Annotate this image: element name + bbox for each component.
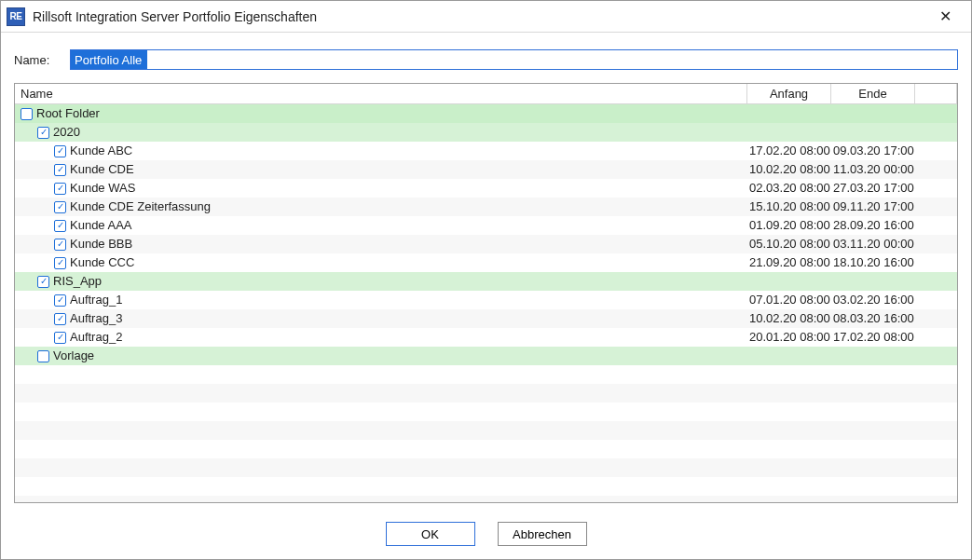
row-checkbox[interactable] xyxy=(54,332,66,344)
row-checkbox[interactable] xyxy=(54,257,66,269)
row-label: Kunde CCC xyxy=(70,253,134,272)
row-checkbox[interactable] xyxy=(21,108,33,120)
row-checkbox[interactable] xyxy=(54,313,66,325)
table-row-empty xyxy=(15,421,957,440)
row-start: 02.03.20 08:00 xyxy=(747,179,831,198)
row-end: 09.11.20 17:00 xyxy=(831,198,915,216)
table-row[interactable]: Kunde CCC21.09.20 08:0018.10.20 16:00 xyxy=(15,253,957,272)
dialog-window: RE Rillsoft Integration Server Portfolio… xyxy=(0,0,972,560)
row-start: 10.02.20 08:00 xyxy=(747,160,831,179)
row-end: 28.09.20 16:00 xyxy=(831,216,915,235)
row-label: Kunde CDE xyxy=(70,160,134,179)
tree-header: Name Anfang Ende xyxy=(15,84,957,104)
table-row[interactable]: Root Folder xyxy=(15,104,957,123)
row-checkbox[interactable] xyxy=(54,183,66,195)
table-row-empty xyxy=(15,477,957,496)
row-checkbox[interactable] xyxy=(54,145,66,157)
table-row[interactable]: Auftrag_220.01.20 08:0017.02.20 08:00 xyxy=(15,328,957,347)
close-icon[interactable]: ✕ xyxy=(928,4,962,30)
row-label: Auftrag_1 xyxy=(70,291,122,309)
row-start xyxy=(747,104,831,123)
table-row[interactable]: 2020 xyxy=(15,123,957,142)
row-end: 18.10.20 16:00 xyxy=(831,253,915,272)
row-end: 03.02.20 16:00 xyxy=(831,291,915,309)
row-checkbox[interactable] xyxy=(37,350,49,362)
row-label: Auftrag_3 xyxy=(70,309,122,328)
row-label: Auftrag_2 xyxy=(70,328,122,347)
row-end xyxy=(831,104,915,123)
row-label: Kunde ABC xyxy=(70,142,132,160)
table-row-empty xyxy=(15,403,957,421)
row-end: 11.03.20 00:00 xyxy=(831,160,915,179)
row-label: Kunde BBB xyxy=(70,235,132,253)
ok-button[interactable]: OK xyxy=(386,522,475,546)
row-start: 15.10.20 08:00 xyxy=(747,198,831,216)
row-checkbox[interactable] xyxy=(54,164,66,176)
titlebar: RE Rillsoft Integration Server Portfolio… xyxy=(1,1,971,33)
row-start: 17.02.20 08:00 xyxy=(747,142,831,160)
row-end xyxy=(831,123,915,142)
row-label: Kunde WAS xyxy=(70,179,135,198)
row-start: 01.09.20 08:00 xyxy=(747,216,831,235)
table-row[interactable]: Kunde BBB05.10.20 08:0003.11.20 00:00 xyxy=(15,235,957,253)
row-checkbox[interactable] xyxy=(54,239,66,251)
row-start: 05.10.20 08:00 xyxy=(747,235,831,253)
row-end: 03.11.20 00:00 xyxy=(831,235,915,253)
table-row[interactable]: Vorlage xyxy=(15,347,957,365)
row-end xyxy=(831,347,915,365)
table-row-empty xyxy=(15,440,957,458)
col-start[interactable]: Anfang xyxy=(747,84,831,103)
tree-area: Name Anfang Ende Root Folder2020Kunde AB… xyxy=(14,83,958,503)
table-row-empty xyxy=(15,458,957,477)
row-start xyxy=(747,272,831,291)
window-title: Rillsoft Integration Server Portfolio Ei… xyxy=(33,9,928,24)
row-end xyxy=(831,272,915,291)
table-row[interactable]: Auftrag_107.01.20 08:0003.02.20 16:00 xyxy=(15,291,957,309)
row-label: Root Folder xyxy=(36,104,100,123)
row-checkbox[interactable] xyxy=(37,127,49,139)
table-row-empty xyxy=(15,365,957,384)
row-label: Vorlage xyxy=(53,347,94,365)
col-spare xyxy=(915,84,957,103)
row-checkbox[interactable] xyxy=(54,294,66,307)
row-start xyxy=(747,347,831,365)
table-row-empty xyxy=(15,384,957,403)
table-row[interactable]: Kunde AAA01.09.20 08:0028.09.20 16:00 xyxy=(15,216,957,235)
table-row[interactable]: Kunde CDE Zeiterfassung15.10.20 08:0009.… xyxy=(15,198,957,216)
row-start: 07.01.20 08:00 xyxy=(747,291,831,309)
row-checkbox[interactable] xyxy=(54,201,66,213)
row-end: 08.03.20 16:00 xyxy=(831,309,915,328)
row-label: RIS_App xyxy=(53,272,102,291)
name-row: Name: xyxy=(1,33,971,77)
row-label: 2020 xyxy=(53,123,80,142)
name-label: Name: xyxy=(14,53,61,67)
row-start: 21.09.20 08:00 xyxy=(747,253,831,272)
tree-body[interactable]: Root Folder2020Kunde ABC17.02.20 08:0009… xyxy=(15,104,957,502)
app-icon: RE xyxy=(7,7,25,26)
row-end: 17.02.20 08:00 xyxy=(831,328,915,347)
table-row[interactable]: RIS_App xyxy=(15,272,957,291)
row-start xyxy=(747,123,831,142)
row-checkbox[interactable] xyxy=(37,276,49,288)
row-checkbox[interactable] xyxy=(54,220,66,232)
row-start: 10.02.20 08:00 xyxy=(747,309,831,328)
table-row[interactable]: Kunde WAS02.03.20 08:0027.03.20 17:00 xyxy=(15,179,957,198)
table-row-empty xyxy=(15,496,957,502)
button-bar: OK Abbrechen xyxy=(1,512,971,559)
row-label: Kunde CDE Zeiterfassung xyxy=(70,198,211,216)
row-label: Kunde AAA xyxy=(70,216,132,235)
table-row[interactable]: Kunde CDE10.02.20 08:0011.03.20 00:00 xyxy=(15,160,957,179)
cancel-button[interactable]: Abbrechen xyxy=(498,522,587,546)
row-end: 09.03.20 17:00 xyxy=(831,142,915,160)
row-end: 27.03.20 17:00 xyxy=(831,179,915,198)
table-row[interactable]: Kunde ABC17.02.20 08:0009.03.20 17:00 xyxy=(15,142,957,160)
col-end[interactable]: Ende xyxy=(831,84,915,103)
col-name[interactable]: Name xyxy=(15,84,747,103)
portfolio-name-input[interactable] xyxy=(70,49,958,70)
table-row[interactable]: Auftrag_310.02.20 08:0008.03.20 16:00 xyxy=(15,309,957,328)
row-start: 20.01.20 08:00 xyxy=(747,328,831,347)
